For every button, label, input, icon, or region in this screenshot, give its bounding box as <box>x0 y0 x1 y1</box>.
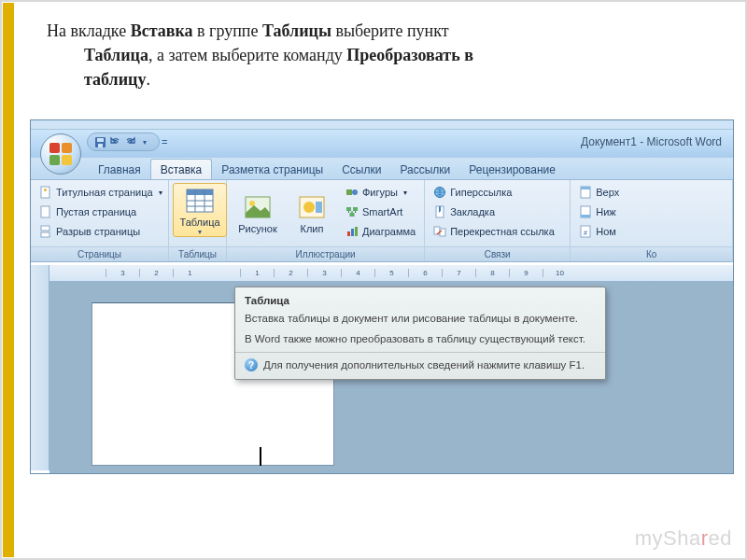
table-grid-icon <box>185 187 215 215</box>
svg-rect-21 <box>346 207 351 211</box>
tooltip-body2: В Word также можно преобразовать в табли… <box>245 332 596 347</box>
picture-button[interactable]: Рисунок <box>231 183 285 241</box>
header-icon <box>579 186 592 199</box>
word-window: ▾ = Документ1 - Microsoft Word Главная В… <box>30 119 734 474</box>
tab-review[interactable]: Рецензирование <box>459 160 565 179</box>
footer-icon <box>579 205 592 218</box>
title-page-button[interactable]: Титульная страница▾ <box>35 183 164 202</box>
tooltip-title: Таблица <box>245 295 596 306</box>
group-illustrations: Рисунок Клип Фигуры▾ SmartArt <box>227 180 425 261</box>
group-tables: Таблица ▾ Таблицы <box>169 180 227 261</box>
svg-rect-23 <box>350 213 355 217</box>
svg-point-17 <box>303 202 315 213</box>
chevron-down-icon: ▾ <box>198 228 202 236</box>
tooltip-help-text: Для получения дополнительных сведений на… <box>263 359 585 371</box>
redo-icon[interactable] <box>123 135 136 148</box>
crossref-icon <box>433 225 446 238</box>
office-logo-icon <box>49 143 72 165</box>
page-break-button[interactable]: Разрыв страницы <box>35 222 164 241</box>
tab-layout[interactable]: Разметка страницы <box>212 160 332 179</box>
watermark: myShared <box>635 526 732 551</box>
chart-icon <box>345 225 359 238</box>
horizontal-ruler: 32 1 12 34 56 78 910 <box>49 265 733 282</box>
group-pages: Титульная страница▾ Пустая страница Разр… <box>31 180 169 261</box>
text-cursor <box>260 447 261 466</box>
tab-home[interactable]: Главная <box>89 160 150 179</box>
svg-rect-2 <box>98 144 103 147</box>
tab-insert[interactable]: Вставка <box>150 159 213 179</box>
shapes-icon <box>345 186 359 199</box>
svg-rect-18 <box>316 202 322 213</box>
tab-references[interactable]: Ссылки <box>332 160 390 179</box>
group-pages-title: Страницы <box>31 246 168 261</box>
svg-rect-9 <box>187 189 213 195</box>
instruction-text: На вкладке Вставка в группе Таблицы выбе… <box>47 19 682 91</box>
tab-mailings[interactable]: Рассылки <box>390 160 459 179</box>
globe-link-icon <box>433 186 446 199</box>
help-icon: ? <box>245 358 258 371</box>
smartart-icon <box>345 205 359 218</box>
clipart-icon <box>297 193 327 221</box>
svg-rect-24 <box>347 231 350 236</box>
blank-page-button[interactable]: Пустая страница <box>35 203 164 221</box>
window-title: Документ1 - Microsoft Word <box>581 135 722 148</box>
save-icon[interactable] <box>93 135 106 148</box>
group-links-title: Связи <box>425 246 570 261</box>
smartart-button[interactable]: SmartArt <box>341 203 420 221</box>
group-tables-title: Таблицы <box>169 246 226 261</box>
svg-rect-19 <box>346 189 352 195</box>
svg-rect-3 <box>41 187 49 198</box>
chart-button[interactable]: Диаграмма <box>341 222 420 241</box>
blank-page-icon <box>39 205 52 218</box>
svg-rect-7 <box>41 232 49 237</box>
page-star-icon <box>39 186 52 199</box>
svg-rect-30 <box>440 229 445 236</box>
ribbon: Титульная страница▾ Пустая страница Разр… <box>31 180 733 262</box>
svg-point-20 <box>352 189 358 195</box>
bookmark-icon <box>433 205 446 218</box>
bookmark-button[interactable]: Закладка <box>429 203 566 221</box>
group-partial-title: Ко <box>571 246 732 261</box>
qat-more-icon[interactable]: ▾ <box>138 135 151 148</box>
pagenum-button[interactable]: # Ном <box>574 222 728 241</box>
undo-icon[interactable] <box>108 135 121 148</box>
clip-button[interactable]: Клип <box>285 183 339 241</box>
svg-rect-32 <box>581 187 590 189</box>
group-illus-title: Иллюстрации <box>227 246 424 261</box>
svg-rect-34 <box>581 215 590 217</box>
picture-icon <box>243 193 273 221</box>
shapes-button[interactable]: Фигуры▾ <box>341 183 420 202</box>
page-break-icon <box>39 225 52 238</box>
svg-text:#: # <box>584 230 587 236</box>
office-button[interactable] <box>40 133 81 175</box>
table-button[interactable]: Таблица ▾ <box>173 183 227 237</box>
svg-rect-6 <box>41 226 49 231</box>
ribbon-tabs: Главная Вставка Разметка страницы Ссылки… <box>31 158 733 180</box>
svg-rect-22 <box>353 207 358 211</box>
footer-button[interactable]: Ниж <box>574 203 728 221</box>
svg-rect-25 <box>351 229 354 236</box>
vertical-ruler <box>31 265 49 470</box>
quick-access-toolbar: ▾ <box>87 133 160 151</box>
hyperlink-button[interactable]: Гиперссылка <box>429 183 566 202</box>
table-tooltip: Таблица Вставка таблицы в документ или р… <box>234 287 606 380</box>
svg-rect-1 <box>97 138 104 142</box>
header-button[interactable]: Верх <box>574 183 728 202</box>
group-links: Гиперссылка Закладка Перекрестная ссылка… <box>425 180 571 261</box>
tooltip-body1: Вставка таблицы в документ или рисование… <box>245 312 596 327</box>
pagenum-icon: # <box>579 225 592 238</box>
svg-rect-5 <box>41 206 49 217</box>
crossref-button[interactable]: Перекрестная ссылка <box>429 222 566 241</box>
svg-rect-26 <box>355 227 358 236</box>
group-headers-partial: Верх Ниж # Ном Ко <box>571 180 733 261</box>
svg-point-4 <box>44 189 47 191</box>
title-bar: ▾ = Документ1 - Microsoft Word <box>31 130 733 158</box>
